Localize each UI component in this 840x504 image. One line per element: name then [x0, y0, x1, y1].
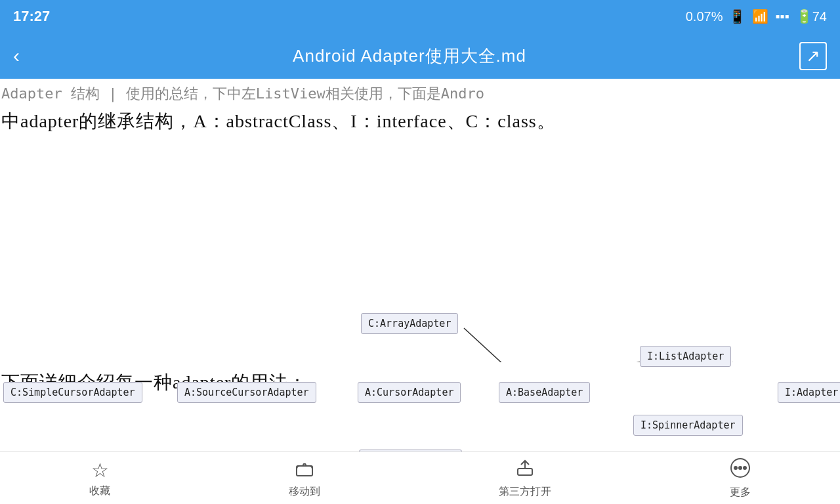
- text-line2: 中adapter的继承结构，A：abstractClass、I：interfac…: [0, 106, 840, 139]
- svg-rect-9: [297, 466, 312, 476]
- diagram: C:SimpleCursorAdapter A:SourceCursorAdap…: [0, 139, 840, 362]
- move-label: 移动到: [289, 485, 320, 499]
- node-array-adapter: C:ArrayAdapter: [361, 313, 458, 334]
- percent-label: 0.07%: [686, 9, 723, 24]
- svg-point-15: [744, 467, 746, 469]
- open-label: 第三方打开: [499, 485, 551, 499]
- back-button[interactable]: ‹: [13, 45, 20, 67]
- node-cursor-adapter: A:CursorAdapter: [358, 382, 461, 403]
- node-source-cursor-adapter: A:SourceCursorAdapter: [177, 382, 316, 403]
- node-adapter: I:Adapter: [778, 382, 840, 403]
- node-spinner-adapter: I:SpinnerAdapter: [633, 415, 743, 436]
- collect-icon: ☆: [91, 459, 109, 482]
- node-list-adapter: I:ListAdapter: [640, 346, 731, 367]
- svg-point-14: [739, 467, 742, 469]
- content-area: Adapter 结构 | 使用的总结，下中左ListView相关使用，下面是An…: [0, 79, 840, 452]
- phone-icon: 📱: [729, 9, 746, 24]
- text-line1: Adapter 结构 | 使用的总结，下中左ListView相关使用，下面是An…: [0, 79, 840, 106]
- move-button[interactable]: 移动到: [289, 458, 320, 499]
- bottom-bar: ☆ 收藏 移动到 第三方打开: [0, 452, 840, 504]
- svg-point-13: [734, 467, 737, 469]
- more-label: 更多: [730, 486, 751, 499]
- svg-rect-10: [518, 469, 532, 475]
- more-button[interactable]: 更多: [730, 457, 751, 499]
- node-simple-cursor-adapter: C:SimpleCursorAdapter: [3, 382, 142, 403]
- node-simple-adapter: C:SimpleAdapter: [359, 450, 462, 452]
- status-bar: 17:27 0.07% 📱 📶 ▪▪▪ 🔋74: [0, 0, 840, 33]
- node-base-adapter: A:BaseAdapter: [499, 382, 590, 403]
- status-right: 0.07% 📱 📶 ▪▪▪ 🔋74: [686, 9, 827, 24]
- share-button[interactable]: ↗: [799, 42, 827, 70]
- page-title: Android Adapter使用大全.md: [293, 45, 526, 68]
- open-third-party-button[interactable]: 第三方打开: [499, 458, 551, 499]
- signal-icon: ▪▪▪: [775, 9, 789, 24]
- open-icon: [515, 458, 535, 482]
- wifi-icon: 📶: [752, 9, 768, 24]
- move-icon: [295, 458, 314, 482]
- collect-button[interactable]: ☆ 收藏: [89, 459, 110, 498]
- svg-line-3: [464, 328, 522, 362]
- battery-icon: 🔋74: [796, 9, 827, 24]
- time-label: 17:27: [13, 8, 50, 25]
- more-icon: [730, 457, 751, 483]
- title-bar: ‹ Android Adapter使用大全.md ↗: [0, 33, 840, 79]
- collect-label: 收藏: [89, 484, 110, 498]
